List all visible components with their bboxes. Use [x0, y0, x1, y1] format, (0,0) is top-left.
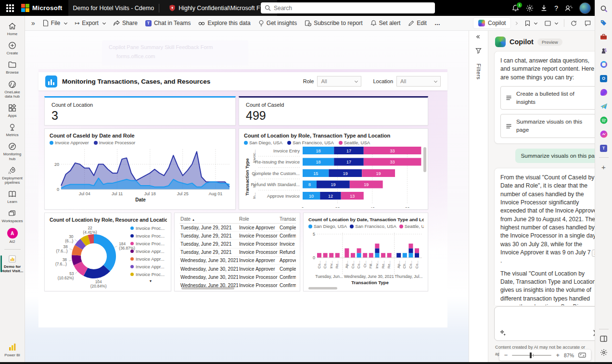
sidebar-item-metrics[interactable]: Metrics: [0, 121, 25, 139]
visual-location-by-role-transaction[interactable]: Count of Location by Role, Transaction T…: [239, 128, 428, 210]
global-search[interactable]: [261, 2, 435, 13]
sidebar-panel-icon[interactable]: [599, 334, 609, 343]
notifications-bell-icon[interactable]: 1: [512, 4, 519, 12]
share-button[interactable]: Share: [110, 18, 141, 28]
sidebar-teams-icon[interactable]: T: [599, 143, 609, 153]
hbar-vertical-scrollbar[interactable]: [423, 147, 426, 172]
view-frame-icon: [545, 21, 551, 26]
sidebar-designer-icon[interactable]: [599, 88, 609, 97]
table-row[interactable]: Wednesday, June 30, 2021Invoice Processo…: [179, 273, 296, 281]
suggestion-summarize-visuals[interactable]: Summarize visuals on this page: [500, 114, 600, 138]
sparkle-icon[interactable]: [499, 329, 507, 337]
sidebar-spotify-icon[interactable]: [599, 115, 609, 125]
subscribe-button[interactable]: Subscribe to report: [301, 18, 366, 28]
sidebar-item-deployment-pipelines[interactable]: Deployment pipelines: [0, 164, 25, 187]
more-options-button[interactable]: …: [431, 18, 444, 28]
svg-text:40: 40: [370, 206, 375, 208]
legend-more-icon[interactable]: ▼: [130, 279, 171, 283]
file-menu[interactable]: File: [39, 18, 70, 28]
collapse-pane-chevron-icon[interactable]: [511, 20, 521, 26]
table-column-header[interactable]: Role: [238, 215, 279, 224]
table-row[interactable]: Wednesday, June 30, 2021Invoice Processo…: [179, 281, 296, 287]
sidebar-toolbox-icon[interactable]: [599, 32, 609, 41]
table-row[interactable]: Tuesday, June 29, 2021Invoice ProcessorC…: [179, 232, 296, 240]
sidebar-messenger-icon[interactable]: [599, 129, 609, 139]
svg-text:Thursday, Jul...: Thursday, Jul...: [395, 274, 422, 279]
set-alert-button[interactable]: Set alert: [367, 18, 404, 28]
sidebar-item-home[interactable]: Home: [0, 20, 25, 38]
sidebar-item-onelake-data-hub[interactable]: OneLake data hub: [0, 78, 25, 100]
zoom-slider[interactable]: [512, 355, 551, 356]
table-row[interactable]: Wednesday, June 30, 2021Invoice Approver…: [179, 256, 296, 264]
sidebar-item-ai2[interactable]: A AI2: [0, 226, 25, 246]
sidebar-loop-icon[interactable]: [599, 60, 609, 69]
bookmarks-menu[interactable]: [522, 18, 540, 28]
table-column-header[interactable]: Transaction: [279, 215, 296, 224]
settings-gear-icon[interactable]: [526, 4, 534, 12]
zoom-slider-handle[interactable]: [530, 352, 532, 358]
donut-chart-plot[interactable]: 184(36.87%)104(20.84%)53(10.62%)38(7.6..…: [50, 223, 130, 290]
sidebar-item-apps[interactable]: Apps: [0, 101, 25, 120]
fit-to-page-icon[interactable]: [578, 352, 586, 358]
microsoft-logo[interactable]: Microsoft: [21, 4, 63, 12]
vbar-horizontal-scrollbar[interactable]: [308, 287, 337, 289]
sidebar-settings-gear-icon[interactable]: [599, 348, 609, 357]
chat-in-teams-button[interactable]: T Chat in Teams: [142, 18, 194, 28]
table-column-header[interactable]: Date ▲: [179, 215, 238, 224]
sidebar-games-icon[interactable]: [599, 46, 609, 55]
hbar-chart-plot[interactable]: Transaction TypeInvoic...In...In...In...…: [244, 145, 424, 208]
visual-detail-table[interactable]: Date ▲RoleTransactionTuesday, June 29, 2…: [174, 213, 300, 291]
expand-filters-icon[interactable]: [477, 36, 481, 38]
sidebar-telegram-icon[interactable]: [599, 101, 609, 111]
zoom-out-button[interactable]: −: [504, 352, 508, 358]
copilot-toolbar-button[interactable]: Copilot: [473, 18, 510, 28]
copilot-chat-input[interactable]: [494, 306, 606, 341]
sidebar-item-create[interactable]: Create: [0, 39, 25, 57]
sidebar-outlook-icon[interactable]: O: [599, 74, 609, 83]
search-input[interactable]: [274, 5, 431, 12]
card-count-of-caseid[interactable]: Count of CaseId 499: [239, 96, 428, 126]
sensitivity-label[interactable]: Highly Confidential\Microsoft FTE: [178, 5, 268, 12]
sidebar-tag-icon[interactable]: [599, 18, 609, 27]
visual-location-by-role-resource[interactable]: Count of Location by Role, Resource and …: [44, 213, 171, 291]
sidebar-item-browse[interactable]: Browse: [0, 58, 25, 76]
filters-pane-label[interactable]: Filters: [476, 63, 482, 79]
zoom-in-button[interactable]: +: [556, 352, 560, 358]
help-icon[interactable]: ?: [554, 4, 558, 12]
waffle-menu-icon[interactable]: [4, 2, 16, 14]
view-menu[interactable]: [541, 19, 561, 28]
filter-funnel-icon[interactable]: [475, 48, 482, 54]
download-icon[interactable]: [540, 4, 548, 12]
suggestion-bulleted-list[interactable]: Create a bulleted list of insights: [500, 86, 600, 110]
user-avatar[interactable]: [579, 2, 591, 14]
role-slicer-dropdown[interactable]: All: [317, 76, 361, 87]
feedback-icon[interactable]: [565, 4, 573, 12]
sidebar-item-powerbi[interactable]: Power BI: [0, 340, 25, 359]
table-row[interactable]: Wednesday, June 30, 2021Invoice Approver…: [179, 264, 296, 273]
sidebar-item-learn[interactable]: Learn: [0, 188, 25, 206]
sidebar-item-workspaces[interactable]: Workspaces: [0, 207, 25, 225]
refresh-button[interactable]: [567, 18, 580, 28]
collapse-nav-icon[interactable]: »: [28, 17, 38, 29]
report-canvas: Copilot Pane Summary Skill Feedback Form…: [25, 31, 469, 362]
table-row[interactable]: Tuesday, June 29, 2021Invoice ProcessorI…: [179, 240, 296, 248]
sidebar-item-monitoring-hub[interactable]: Monitoring hub: [0, 140, 25, 163]
comments-button[interactable]: [581, 18, 594, 28]
sidebar-add-icon[interactable]: +: [599, 162, 609, 172]
area-chart-plot[interactable]: Jul 04Jul 11Jul 18Jul 25Aug 01020: [50, 145, 231, 197]
sidebar-item-demo-report[interactable]: Demo for Hotel Visit...: [0, 252, 25, 275]
export-menu[interactable]: ↦ Export: [71, 18, 109, 28]
svg-text:0: 0: [301, 206, 304, 208]
visual-location-by-date-transaction[interactable]: Count of Location by Date, Transaction T…: [303, 213, 428, 291]
explore-data-button[interactable]: Explore this data: [195, 18, 254, 28]
location-slicer-dropdown[interactable]: All: [396, 76, 441, 87]
sidebar-search-icon[interactable]: [599, 4, 609, 13]
visual-caseid-by-date-role[interactable]: Count of CaseId by Date and Role Invoice…: [44, 128, 236, 210]
table-horizontal-scrollbar[interactable]: [181, 287, 234, 289]
vbar-chart-plot[interactable]: 05Co...Co...Inv...Re...Tuesday, Jun...Ap…: [308, 229, 424, 288]
edit-button[interactable]: Edit: [405, 18, 430, 28]
table-row[interactable]: Tuesday, June 29, 2021Invoice ProcessorR…: [179, 248, 296, 256]
get-insights-button[interactable]: Get insights: [255, 18, 300, 28]
card-count-of-location[interactable]: Count of Location 3: [44, 96, 236, 126]
table-row[interactable]: Tuesday, June 29, 2021Invoice ApproverCo…: [179, 224, 296, 232]
